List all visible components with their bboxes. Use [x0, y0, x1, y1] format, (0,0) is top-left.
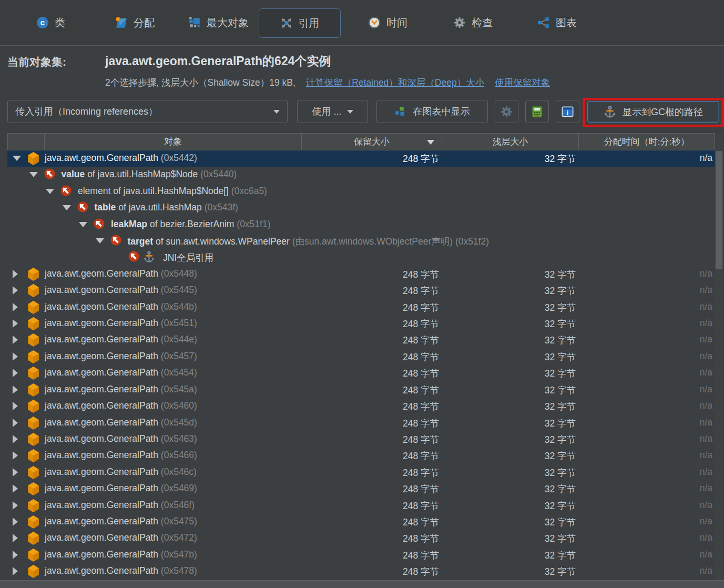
vertical-scrollbar-thumb[interactable]: [716, 151, 722, 269]
expander-icon[interactable]: [13, 419, 18, 427]
table-row-instance[interactable]: java.awt.geom.GeneralPath (0x546f) 248 字…: [7, 498, 715, 514]
use-button[interactable]: 使用 ...: [297, 100, 368, 123]
expander-icon[interactable]: [13, 369, 18, 377]
show-in-chart-button[interactable]: 在图表中显示: [376, 100, 488, 123]
table-row-instance[interactable]: java.awt.geom.GeneralPath (0x5445) 248 字…: [7, 282, 715, 299]
retained-size-cell: 248 字节: [302, 417, 439, 430]
table-row-instance[interactable]: java.awt.geom.GeneralPath (0x546c) 248 字…: [7, 464, 715, 481]
table-row-reference[interactable]: target of sun.awt.windows.WPanelPeer (由s…: [7, 233, 715, 249]
settings-button[interactable]: [495, 100, 518, 123]
tab-references[interactable]: 引用: [259, 8, 341, 38]
shallow-size-cell: 32 字节: [442, 367, 576, 380]
reference-owner: of sun.awt.windows.WPanelPeer: [156, 236, 290, 247]
expander-icon[interactable]: [13, 468, 18, 477]
references-direction-dropdown[interactable]: 传入引用（Incoming references）: [7, 100, 288, 123]
table-row-instance[interactable]: java.awt.geom.GeneralPath (0x5454) 248 字…: [7, 365, 715, 381]
expander-icon[interactable]: [13, 567, 18, 575]
table-row-reference[interactable]: table of java.util.HashMap (0x543f): [7, 200, 715, 216]
expander-icon[interactable]: [13, 551, 18, 559]
expander-icon[interactable]: [13, 386, 18, 394]
expander-icon[interactable]: [13, 156, 21, 161]
expander-icon[interactable]: [13, 534, 18, 542]
table-row-instance[interactable]: java.awt.geom.GeneralPath (0x5457) 248 字…: [7, 349, 715, 365]
table-row-instance[interactable]: java.awt.geom.GeneralPath (0x544e) 248 字…: [7, 332, 715, 348]
table-row-instance[interactable]: java.awt.geom.GeneralPath (0x5463) 248 字…: [7, 431, 715, 448]
instance-address: (0x546f): [161, 500, 195, 510]
table-row-reference[interactable]: element of java.util.HashMap$Node[] (0xc…: [7, 184, 715, 200]
instance-address: (0x5466): [161, 450, 197, 460]
column-header-shallow-size[interactable]: 浅层大小: [442, 133, 579, 150]
table-row-instance[interactable]: java.awt.geom.GeneralPath (0x545d) 248 字…: [7, 415, 715, 431]
retained-size-cell: 248 字节: [302, 334, 439, 347]
instance-name: java.awt.geom.GeneralPath: [45, 153, 158, 163]
tab-classes[interactable]: c 类: [29, 8, 73, 37]
column-header-object[interactable]: 对象: [44, 133, 302, 150]
table-row-instance[interactable]: java.awt.geom.GeneralPath (0x5448) 248 字…: [7, 266, 715, 282]
table-row-instance[interactable]: java.awt.geom.GeneralPath (0x544b) 248 字…: [7, 299, 715, 316]
expander-icon[interactable]: [46, 189, 54, 194]
expander-icon[interactable]: [13, 501, 18, 510]
table-row-instance[interactable]: java.awt.geom.GeneralPath (0x5478) 248 字…: [7, 563, 715, 580]
horizontal-scrollbar[interactable]: [0, 580, 724, 588]
table-row-instance[interactable]: java.awt.geom.GeneralPath (0x5472) 248 字…: [7, 530, 715, 546]
expander-icon[interactable]: [13, 352, 18, 361]
table-row-instance[interactable]: java.awt.geom.GeneralPath (0x5442) 248 字…: [7, 150, 715, 167]
table-row-instance[interactable]: java.awt.geom.GeneralPath (0x547b) 248 字…: [7, 547, 715, 563]
instance-address: (0x5469): [161, 483, 197, 493]
expander-icon[interactable]: [13, 518, 18, 526]
allocation-icon: [115, 16, 128, 29]
instance-cube-icon: [27, 449, 39, 462]
alloc-time-cell: n/a: [578, 450, 712, 461]
table-row-reference[interactable]: leakMap of bezier.BezierAnim (0x51f1): [7, 217, 715, 233]
tab-chart[interactable]: 图表: [530, 8, 584, 37]
expander-icon[interactable]: [13, 336, 18, 344]
expander-icon[interactable]: [63, 205, 71, 210]
expander-icon[interactable]: [13, 435, 18, 443]
table-row-instance[interactable]: java.awt.geom.GeneralPath (0x5460) 248 字…: [7, 398, 715, 414]
shallow-size-cell: 32 字节: [442, 450, 576, 462]
table-header: 对象 保留大小 浅层大小 分配时间（时:分:秒）: [7, 133, 715, 150]
instance-name: java.awt.geom.GeneralPath: [45, 318, 158, 328]
tab-allocation[interactable]: 分配: [108, 8, 162, 37]
table-row-instance[interactable]: java.awt.geom.GeneralPath (0x5451) 248 字…: [7, 316, 715, 332]
use-retained-link[interactable]: 使用保留对象: [495, 77, 550, 88]
retained-size-cell: 248 字节: [302, 285, 439, 297]
table-row-gc-root[interactable]: JNI全局引用: [7, 249, 715, 266]
column-header-alloc-time[interactable]: 分配时间（时:分:秒）: [578, 133, 715, 150]
table-row-reference[interactable]: value of java.util.HashMap$Node (0x5440): [7, 167, 715, 183]
expander-icon[interactable]: [96, 238, 104, 244]
instance-name: java.awt.geom.GeneralPath: [45, 549, 158, 560]
table-row-instance[interactable]: java.awt.geom.GeneralPath (0x5469) 248 字…: [7, 481, 715, 497]
tab-largest-objects[interactable]: 最大对象: [181, 8, 256, 37]
expander-icon[interactable]: [29, 172, 38, 177]
expander-icon[interactable]: [13, 303, 18, 311]
show-path-to-gc-root-button[interactable]: 显示到GC根的路径: [587, 101, 719, 123]
shallow-size-cell: 32 字节: [442, 433, 576, 446]
expander-icon[interactable]: [13, 319, 18, 328]
tab-inspect[interactable]: 检查: [446, 8, 500, 37]
shallow-size-cell: 32 字节: [442, 532, 576, 545]
shallow-size-cell: 32 字节: [442, 384, 576, 397]
column-header-retained-size[interactable]: 保留大小: [301, 133, 442, 150]
tab-label: 类: [55, 16, 65, 30]
tab-time[interactable]: 时间: [361, 8, 415, 37]
column-header-expander[interactable]: [7, 133, 45, 150]
expander-icon[interactable]: [79, 222, 87, 227]
oql-console-button[interactable]: [525, 100, 549, 123]
info-button[interactable]: i: [556, 100, 579, 123]
vertical-scrollbar[interactable]: [715, 133, 723, 580]
table-row-instance[interactable]: java.awt.geom.GeneralPath (0x5466) 248 字…: [7, 448, 715, 464]
expander-icon[interactable]: [13, 270, 18, 278]
expander-icon[interactable]: [13, 484, 18, 493]
table-row-instance[interactable]: java.awt.geom.GeneralPath (0x545a) 248 字…: [7, 382, 715, 398]
compute-retained-link[interactable]: 计算保留（Retained）和深层（Deep）大小: [306, 77, 484, 88]
instance-cube-icon: [27, 268, 39, 281]
alloc-time-cell: n/a: [578, 301, 712, 312]
instance-cube-icon: [27, 515, 39, 529]
table-row-instance[interactable]: java.awt.geom.GeneralPath (0x5475) 248 字…: [7, 514, 715, 530]
expander-icon[interactable]: [13, 286, 18, 295]
oql-console-icon: [531, 105, 544, 118]
alloc-time-cell: n/a: [578, 565, 712, 576]
expander-icon[interactable]: [13, 451, 18, 460]
expander-icon[interactable]: [13, 402, 18, 410]
